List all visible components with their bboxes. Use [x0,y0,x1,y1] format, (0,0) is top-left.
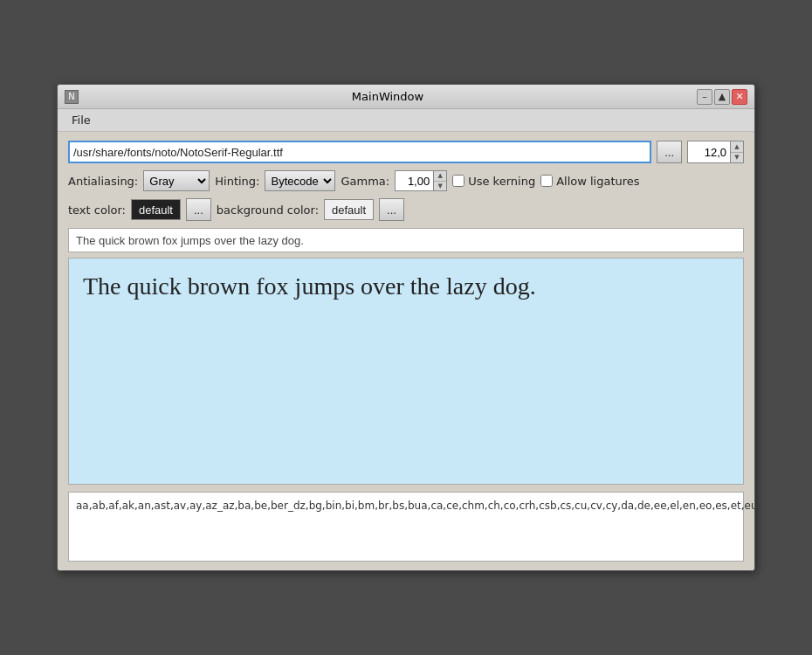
titlebar: N MainWindow – ▲ ✕ [58,85,754,109]
font-path-input[interactable] [68,141,651,163]
text-color-label: text color: [68,203,126,217]
titlebar-left: N [65,90,79,104]
menu-file[interactable]: File [65,112,98,128]
gamma-arrows: ▲ ▼ [434,170,447,191]
languages-box: aa,ab,af,ak,an,ast,av,ay,az_az,ba,be,ber… [68,492,744,562]
window-title: MainWindow [352,90,423,103]
gamma-up-button[interactable]: ▲ [434,171,446,182]
options-row: Antialiasing: Gray None Subpixel Hinting… [68,170,744,191]
bg-color-browse-button[interactable]: ... [379,198,404,221]
preview-area: The quick brown fox jumps over the lazy … [68,258,744,485]
content-area: ... ▲ ▼ Antialiasing: Gray None Subpixel… [58,132,754,570]
bg-color-button[interactable]: default [324,199,374,220]
antialiasing-label: Antialiasing: [68,175,138,188]
allow-ligatures-label: Allow ligatures [540,175,639,188]
window-icon: N [65,90,79,104]
font-browse-button[interactable]: ... [657,141,682,163]
maximize-button[interactable]: ▲ [714,89,730,105]
font-row: ... ▲ ▼ [68,141,744,163]
minimize-button[interactable]: – [697,89,712,105]
preview-input-row [68,228,744,252]
font-size-arrows: ▲ ▼ [731,141,744,163]
languages-text: aa,ab,af,ak,an,ast,av,ay,az_az,ba,be,ber… [76,500,755,512]
font-size-up-button[interactable]: ▲ [731,141,743,153]
use-kerning-checkbox[interactable] [452,175,464,187]
main-window: N MainWindow – ▲ ✕ File ... [57,84,755,571]
allow-ligatures-checkbox[interactable] [540,175,553,187]
antialiasing-select[interactable]: Gray None Subpixel [143,170,210,191]
text-color-button[interactable]: default [131,199,181,220]
hinting-label: Hinting: [215,175,259,188]
gamma-label: Gamma: [341,175,389,188]
gamma-down-button[interactable]: ▼ [434,182,446,191]
colors-row: text color: default ... background color… [68,198,744,221]
titlebar-buttons: – ▲ ✕ [697,89,747,105]
titlebar-center: MainWindow [79,90,697,103]
close-button[interactable]: ✕ [732,89,747,105]
bg-color-label: background color: [217,203,319,217]
menubar: File [58,109,754,132]
preview-text-input[interactable] [68,228,744,252]
font-size-down-button[interactable]: ▼ [731,153,743,163]
hinting-select[interactable]: Bytecode None Auto [265,170,335,191]
font-size-input[interactable] [687,141,731,163]
font-size-spinner: ▲ ▼ [687,141,744,163]
gamma-input[interactable] [395,170,434,191]
gamma-spinner: ▲ ▼ [395,170,447,191]
text-color-browse-button[interactable]: ... [186,198,211,221]
use-kerning-label: Use kerning [452,175,535,188]
preview-rendered-text: The quick brown fox jumps over the lazy … [83,272,536,300]
